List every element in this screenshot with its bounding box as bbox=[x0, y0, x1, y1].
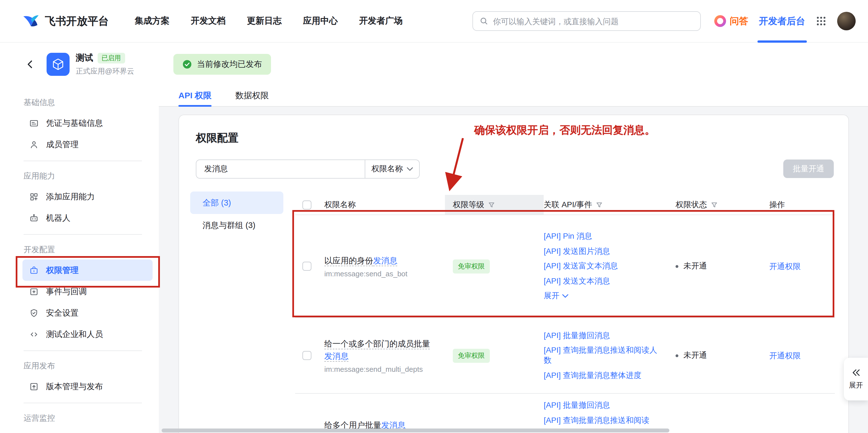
sidebar-item-events[interactable]: 事件与回调 bbox=[23, 281, 153, 302]
col-header-name: 权限名称 bbox=[324, 200, 453, 210]
nav-item-changelog[interactable]: 更新日志 bbox=[247, 15, 282, 27]
sidebar-divider bbox=[24, 234, 142, 235]
app-name: 测试 bbox=[76, 52, 93, 64]
qa-label: 问答 bbox=[730, 15, 748, 27]
sidebar-item-version-release[interactable]: 版本管理与发布 bbox=[23, 376, 153, 397]
api-list: [API] Pin 消息 [API] 发送图片消息 [API] 发送富文本消息 … bbox=[544, 224, 676, 309]
enable-permission-link[interactable]: 开通权限 bbox=[769, 351, 801, 360]
sidebar-item-test-org[interactable]: 测试企业和人员 bbox=[23, 323, 153, 345]
nav-item-integrations[interactable]: 集成方案 bbox=[135, 15, 169, 27]
sidebar-divider bbox=[24, 403, 142, 403]
permission-name-cell: 以应用的身份发消息 im:message:send_as_bot bbox=[324, 254, 453, 278]
search-field-label: 权限名称 bbox=[371, 164, 403, 174]
row-checkbox[interactable] bbox=[303, 262, 311, 271]
filter-item-all[interactable]: 全部 (3) bbox=[190, 192, 283, 214]
permission-title[interactable]: 以应用的身份发消息 bbox=[324, 254, 434, 267]
bulk-enable-button[interactable]: 批量开通 bbox=[783, 160, 834, 178]
robot-icon bbox=[29, 213, 39, 223]
api-link[interactable]: [API] 查询批量消息推送和阅读人数 bbox=[544, 345, 658, 366]
table-row: 给多个用户批量发消息 [API] 批量撤回消息 [API] 查询批量消息推送和阅… bbox=[295, 394, 835, 433]
qa-link[interactable]: 问答 bbox=[714, 15, 748, 27]
search-input[interactable] bbox=[493, 17, 693, 26]
permission-title[interactable]: 给一个或多个部门的成员批量发消息 bbox=[324, 338, 434, 362]
highlighted-term[interactable]: 发消息 bbox=[373, 256, 398, 265]
select-all-checkbox[interactable] bbox=[303, 200, 311, 209]
level-badge: 免审权限 bbox=[453, 259, 490, 273]
sidebar-item-security[interactable]: 安全设置 bbox=[23, 302, 153, 323]
sidebar-item-members[interactable]: 成员管理 bbox=[23, 134, 153, 155]
developer-console-link[interactable]: 开发者后台 bbox=[759, 0, 805, 42]
category-filter-list: 全部 (3) 消息与群组 (3) bbox=[190, 192, 283, 236]
enabled-badge: 已启用 bbox=[98, 53, 125, 63]
api-link[interactable]: [API] 发送富文本消息 bbox=[544, 261, 658, 271]
chevron-down-icon bbox=[407, 167, 413, 171]
publish-status-pill: 当前修改均已发布 bbox=[174, 54, 271, 75]
api-list: [API] 批量撤回消息 [API] 查询批量消息推送和阅读 bbox=[544, 394, 676, 433]
global-search[interactable] bbox=[472, 11, 701, 31]
expand-panel-label: 展开 bbox=[849, 380, 863, 390]
page: 飞书开放平台 集成方案 开发文档 更新日志 应用中心 开发者广场 问答 开发者后… bbox=[0, 0, 868, 433]
api-link[interactable]: [API] Pin 消息 bbox=[544, 231, 658, 241]
col-header-action: 操作 bbox=[769, 200, 835, 210]
row-checkbox[interactable] bbox=[303, 351, 311, 360]
sidebar-item-credentials[interactable]: 凭证与基础信息 bbox=[23, 112, 153, 134]
sidebar-item-label: 成员管理 bbox=[46, 139, 79, 150]
console-label: 开发者后台 bbox=[759, 15, 805, 27]
api-link[interactable]: [API] 查询批量消息推送和阅读 bbox=[544, 415, 658, 426]
nav-item-app-center[interactable]: 应用中心 bbox=[303, 15, 338, 27]
highlighted-term[interactable]: 发消息 bbox=[324, 352, 349, 360]
tab-label: 数据权限 bbox=[235, 90, 269, 101]
permission-search-input[interactable] bbox=[196, 160, 365, 178]
back-icon[interactable] bbox=[24, 58, 36, 70]
enable-permission-link[interactable]: 开通权限 bbox=[769, 261, 801, 270]
table-header: 权限名称 权限等级 关联 API/事件 权限状态 bbox=[295, 195, 835, 215]
col-header-api[interactable]: 关联 API/事件 bbox=[544, 200, 676, 210]
sidebar-item-label: 安全设置 bbox=[46, 308, 79, 318]
brand[interactable]: 飞书开放平台 bbox=[23, 13, 109, 29]
tab-data-permission[interactable]: 数据权限 bbox=[235, 85, 269, 107]
apps-grid-icon[interactable] bbox=[816, 16, 827, 26]
sidebar-item-add-capability[interactable]: 添加应用能力 bbox=[23, 186, 153, 207]
sidebar-item-bot[interactable]: 机器人 bbox=[23, 207, 153, 229]
api-link[interactable]: [API] 批量撤回消息 bbox=[544, 400, 658, 410]
primary-nav: 集成方案 开发文档 更新日志 应用中心 开发者广场 bbox=[135, 15, 403, 27]
api-link[interactable]: [API] 查询批量消息整体进度 bbox=[544, 370, 658, 380]
sidebar-item-permissions[interactable]: 权限管理 bbox=[23, 259, 153, 281]
nav-item-dev-plaza[interactable]: 开发者广场 bbox=[359, 15, 403, 27]
api-link[interactable]: [API] 批量撤回消息 bbox=[544, 330, 658, 341]
table-row: 给一个或多个部门的成员批量发消息 im:message:send_multi_d… bbox=[295, 318, 835, 394]
sidebar-divider bbox=[24, 161, 142, 161]
permission-name-cell: 给多个用户批量发消息 bbox=[324, 394, 453, 431]
code-icon bbox=[29, 329, 39, 339]
expand-apis-link[interactable]: 展开 bbox=[544, 291, 658, 301]
feishu-logo-icon bbox=[23, 13, 39, 29]
permission-code: im:message:send_multi_depts bbox=[324, 365, 434, 373]
nav-item-docs[interactable]: 开发文档 bbox=[191, 15, 225, 27]
sidebar-item-label: 版本管理与发布 bbox=[46, 381, 103, 392]
filter-icon bbox=[488, 201, 495, 208]
status-dot-icon bbox=[676, 265, 678, 268]
check-circle-icon bbox=[182, 60, 192, 69]
annotation-text: 确保该权限开启，否则无法回复消息。 bbox=[474, 123, 655, 138]
expand-panel-button[interactable]: 展开 bbox=[844, 358, 868, 400]
filter-icon bbox=[711, 201, 718, 208]
api-list: [API] 批量撤回消息 [API] 查询批量消息推送和阅读人数 [API] 查… bbox=[544, 323, 676, 388]
horizontal-scrollbar[interactable] bbox=[162, 429, 670, 432]
permission-icon bbox=[29, 265, 39, 275]
panel-title: 权限配置 bbox=[196, 131, 239, 145]
event-callback-icon bbox=[29, 287, 39, 296]
sidebar-item-label: 添加应用能力 bbox=[46, 191, 95, 202]
api-link[interactable]: [API] 发送文本消息 bbox=[544, 276, 658, 286]
sidebar-item-label: 凭证与基础信息 bbox=[46, 118, 103, 128]
app-meta: 测试 已启用 正式应用@环界云 bbox=[76, 52, 134, 76]
filter-item-messages[interactable]: 消息与群组 (3) bbox=[190, 214, 283, 236]
sidebar-item-label: 测试企业和人员 bbox=[46, 329, 103, 340]
user-avatar[interactable] bbox=[837, 12, 856, 30]
api-link[interactable]: [API] 发送图片消息 bbox=[544, 246, 658, 256]
release-icon bbox=[29, 382, 39, 391]
col-header-status[interactable]: 权限状态 bbox=[676, 200, 769, 210]
tab-api-permission[interactable]: API 权限 bbox=[179, 85, 212, 107]
sidebar-divider bbox=[24, 350, 142, 351]
search-field-select[interactable]: 权限名称 bbox=[365, 160, 419, 178]
col-header-level[interactable]: 权限等级 bbox=[445, 195, 544, 214]
